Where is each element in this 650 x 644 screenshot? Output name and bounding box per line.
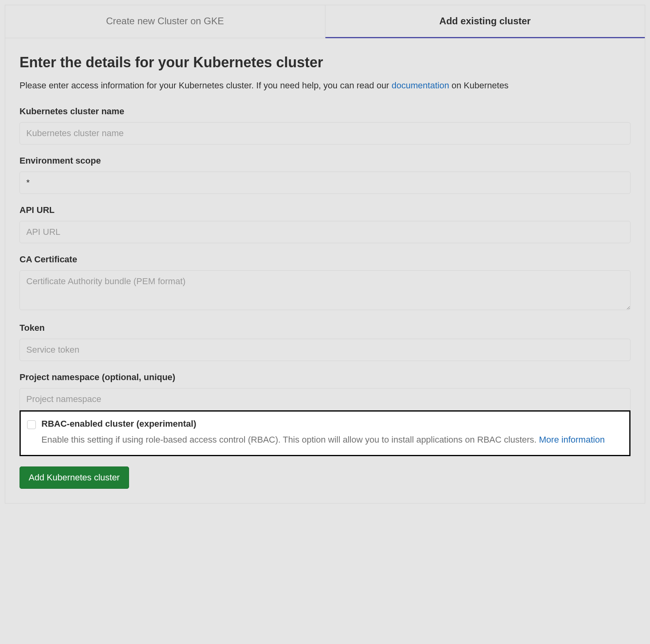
label-cluster-name: Kubernetes cluster name [20,106,630,117]
input-project-namespace[interactable] [20,388,630,410]
rbac-description: Enable this setting if using role-based … [41,433,623,446]
add-cluster-button[interactable]: Add Kubernetes cluster [20,466,129,489]
input-environment-scope[interactable] [20,172,630,194]
input-api-url[interactable] [20,221,630,243]
label-api-url: API URL [20,205,630,215]
input-token[interactable] [20,339,630,361]
checkbox-rbac[interactable] [27,420,36,429]
rbac-more-info-link[interactable]: More information [539,435,605,445]
field-group-api-url: API URL [20,205,630,243]
label-project-namespace: Project namespace (optional, unique) [20,372,630,382]
label-token: Token [20,323,630,333]
field-group-project-namespace: Project namespace (optional, unique) [20,372,630,410]
tab-create-cluster[interactable]: Create new Cluster on GKE [5,5,325,38]
description-pre: Please enter access information for your… [20,80,392,90]
field-group-ca-certificate: CA Certificate [20,254,630,312]
textarea-ca-certificate[interactable] [20,270,630,310]
rbac-description-text: Enable this setting if using role-based … [41,435,539,445]
documentation-link[interactable]: documentation [392,80,449,90]
page-title: Enter the details for your Kubernetes cl… [20,54,630,71]
form-content: Enter the details for your Kubernetes cl… [5,38,645,503]
label-rbac: RBAC-enabled cluster (experimental) [41,419,196,429]
tabs: Create new Cluster on GKE Add existing c… [5,5,645,38]
description: Please enter access information for your… [20,79,630,92]
field-group-environment-scope: Environment scope [20,156,630,194]
tab-add-existing[interactable]: Add existing cluster [325,5,645,38]
label-ca-certificate: CA Certificate [20,254,630,265]
description-post: on Kubernetes [449,80,509,90]
rbac-box: RBAC-enabled cluster (experimental) Enab… [20,410,630,456]
field-group-token: Token [20,323,630,361]
field-group-cluster-name: Kubernetes cluster name [20,106,630,144]
input-cluster-name[interactable] [20,122,630,144]
rbac-row: RBAC-enabled cluster (experimental) [27,419,623,429]
label-environment-scope: Environment scope [20,156,630,166]
cluster-form-container: Create new Cluster on GKE Add existing c… [5,5,645,503]
